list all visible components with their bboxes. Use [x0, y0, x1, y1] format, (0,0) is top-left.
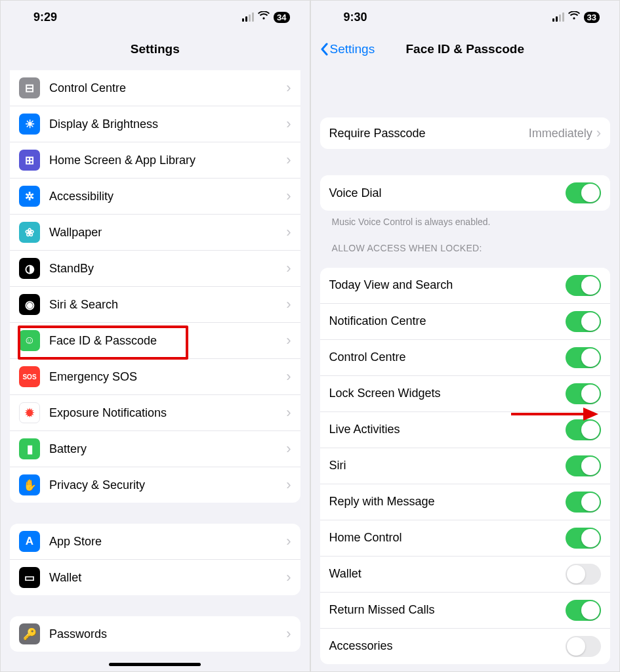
row-label: App Store [49, 535, 286, 549]
chevron-right-icon: › [286, 332, 291, 349]
chevron-right-icon: › [286, 533, 291, 550]
chevron-right-icon: › [286, 296, 291, 313]
row-label: Siri & Search [49, 298, 286, 312]
toggle[interactable] [566, 528, 601, 549]
row-label: Control Centre [329, 350, 566, 364]
row-label: Wallpaper [49, 226, 286, 240]
require-passcode-row[interactable]: Require Passcode Immediately › [320, 117, 611, 149]
settings-row-wallet[interactable]: ▭Wallet› [10, 560, 300, 595]
toggle[interactable] [566, 311, 601, 332]
settings-list[interactable]: ⊟Control Centre›☀Display & Brightness›⊞H… [1, 65, 310, 671]
chevron-right-icon: › [286, 625, 291, 642]
toggle[interactable] [566, 636, 601, 657]
locked-row: Home Control [320, 520, 611, 556]
appstore-icon: A [19, 531, 40, 552]
accessibility-icon: ✲ [19, 186, 40, 207]
row-label: Reply with Message [329, 495, 566, 509]
row-label: Exposure Notifications [49, 406, 286, 420]
home-indicator[interactable] [109, 663, 201, 666]
row-label: Control Centre [49, 81, 286, 95]
row-label: Home Control [329, 531, 566, 545]
wallet-icon: ▭ [19, 567, 40, 588]
toggle[interactable] [566, 419, 601, 440]
toggle[interactable] [566, 455, 601, 476]
chevron-right-icon: › [286, 569, 291, 586]
settings-row-faceid[interactable]: ☺Face ID & Passcode› [10, 323, 300, 359]
back-button[interactable]: Settings [320, 33, 375, 65]
wifi-icon [258, 10, 270, 24]
chevron-right-icon: › [286, 440, 291, 457]
row-label: Notification Centre [329, 314, 566, 328]
settings-row-passwords[interactable]: 🔑Passwords› [10, 616, 300, 652]
status-time: 9:29 [33, 10, 57, 24]
cellular-icon [552, 12, 564, 22]
locked-row: Wallet [320, 556, 611, 593]
settings-row-home-screen[interactable]: ⊞Home Screen & App Library› [10, 142, 300, 178]
voice-dial-toggle[interactable] [566, 182, 601, 203]
chevron-right-icon: › [286, 260, 291, 277]
settings-row-display[interactable]: ☀Display & Brightness› [10, 106, 300, 142]
toggle[interactable] [566, 347, 601, 368]
row-label: Lock Screen Widgets [329, 387, 566, 400]
row-value: Immediately [529, 127, 592, 140]
row-label: Siri [329, 459, 566, 472]
row-label: Passwords [49, 627, 286, 641]
settings-row-standby[interactable]: ◑StandBy› [10, 251, 300, 287]
row-label: Face ID & Passcode [49, 334, 286, 348]
settings-screen: 9:29 34 Settings ⊟Control Centre›☀Displa… [1, 1, 311, 671]
battery-icon: 34 [274, 12, 289, 23]
locked-row: Control Centre [320, 340, 611, 376]
display-icon: ☀ [19, 114, 40, 135]
section-header: ALLOW ACCESS WHEN LOCKED: [320, 228, 611, 259]
row-label: Wallet [49, 571, 286, 585]
locked-row: Accessories [320, 629, 611, 664]
settings-row-battery[interactable]: ▮Battery› [10, 431, 300, 467]
status-indicators: 33 [552, 10, 600, 24]
chevron-right-icon: › [286, 476, 291, 494]
settings-row-wallpaper[interactable]: ❀Wallpaper› [10, 215, 300, 251]
toggle[interactable] [566, 383, 601, 404]
locked-row: Return Missed Calls [320, 593, 611, 629]
voice-dial-row: Voice Dial [320, 175, 611, 211]
exposure-icon: ✹ [19, 402, 40, 423]
row-label: Accessories [329, 639, 566, 653]
wifi-icon [568, 10, 580, 24]
row-label: Home Screen & App Library [49, 154, 286, 167]
settings-row-exposure[interactable]: ✹Exposure Notifications› [10, 395, 300, 431]
chevron-right-icon: › [286, 79, 291, 96]
toggle[interactable] [566, 492, 601, 513]
back-label: Settings [330, 42, 375, 56]
faceid-content[interactable]: Require Passcode Immediately › Voice Dia… [311, 65, 620, 671]
settings-row-siri[interactable]: ◉Siri & Search› [10, 287, 300, 323]
settings-row-accessibility[interactable]: ✲Accessibility› [10, 178, 300, 215]
row-label: Voice Dial [329, 186, 566, 200]
status-bar: 9:29 34 [1, 1, 310, 33]
row-label: Require Passcode [329, 127, 529, 140]
settings-row-control-centre[interactable]: ⊟Control Centre› [10, 70, 300, 106]
locked-row: Lock Screen Widgets [320, 376, 611, 412]
wallpaper-icon: ❀ [19, 222, 40, 243]
locked-row: Reply with Message [320, 484, 611, 520]
settings-row-sos[interactable]: SOSEmergency SOS› [10, 359, 300, 395]
row-label: Wallet [329, 567, 566, 581]
locked-row: Notification Centre [320, 304, 611, 340]
locked-row: Siri [320, 448, 611, 484]
row-label: Today View and Search [329, 278, 566, 292]
settings-row-privacy[interactable]: ✋Privacy & Security› [10, 467, 300, 503]
battery-icon: 33 [584, 12, 600, 23]
chevron-right-icon: › [286, 188, 291, 205]
row-label: StandBy [49, 262, 286, 276]
toggle[interactable] [566, 600, 601, 621]
toggle[interactable] [566, 275, 601, 296]
nav-header: Settings [1, 33, 310, 65]
toggle[interactable] [566, 564, 601, 585]
home-screen-icon: ⊞ [19, 150, 40, 171]
chevron-right-icon: › [286, 404, 291, 421]
row-label: Display & Brightness [49, 117, 286, 131]
page-title: Face ID & Passcode [405, 42, 524, 56]
chevron-right-icon: › [596, 125, 601, 142]
page-title: Settings [131, 42, 180, 56]
settings-row-appstore[interactable]: AApp Store› [10, 524, 300, 560]
row-label: Battery [49, 442, 286, 456]
siri-icon: ◉ [19, 294, 40, 315]
